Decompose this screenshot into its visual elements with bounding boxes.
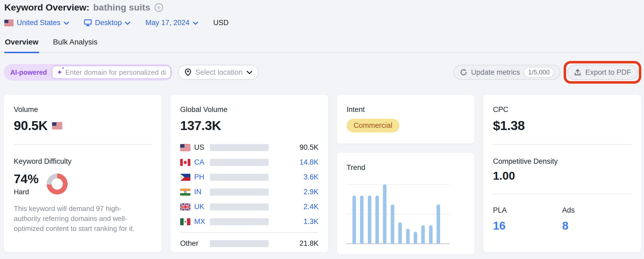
tab-bulk-analysis[interactable]: Bulk Analysis	[53, 38, 98, 52]
trend-bar	[352, 196, 356, 244]
uk-flag-icon	[180, 203, 190, 210]
competitive-density-label: Competitive Density	[493, 157, 631, 166]
chevron-down-icon	[64, 22, 69, 25]
desktop-icon	[84, 19, 92, 26]
volume-label: Volume	[14, 105, 152, 114]
export-to-pdf-label: Export to PDF	[585, 68, 631, 77]
country-code[interactable]: PH	[194, 173, 210, 181]
country-code[interactable]: MX	[194, 217, 210, 226]
cpc-value: $1.38	[493, 118, 631, 133]
table-row: US 90.5K	[180, 140, 318, 155]
volume-bar	[210, 189, 269, 196]
export-upload-icon	[574, 69, 581, 76]
filters-row: United States Desktop May 17, 2024 USD	[4, 19, 641, 27]
trend-bar	[414, 232, 417, 244]
volume-card: Volume 90.5K Keyword Difficulty 74% Hard…	[4, 94, 162, 253]
kd-description: This keyword will demand 97 high-authori…	[14, 204, 141, 234]
global-volume-value: 137.3K	[180, 118, 318, 133]
tab-overview[interactable]: Overview	[4, 38, 39, 53]
refresh-icon	[460, 69, 467, 76]
device-filter-label: Desktop	[95, 19, 122, 27]
date-filter[interactable]: May 17, 2024	[145, 19, 198, 27]
card-divider	[493, 194, 631, 194]
country-volume-value[interactable]: 3.6K	[269, 173, 318, 181]
trend-bar	[368, 196, 371, 244]
us-flag-icon	[52, 122, 62, 129]
chevron-down-icon	[125, 22, 130, 25]
update-metrics-button[interactable]: Update metrics 1/5,000	[453, 65, 561, 80]
domain-input[interactable]	[65, 68, 166, 77]
keyword-difficulty-label: Keyword Difficulty	[14, 157, 152, 166]
sparkles-icon: ✦✦	[57, 69, 63, 76]
country-volume-value[interactable]: 14.8K	[269, 158, 318, 166]
country-volume-value[interactable]: 2.9K	[269, 188, 318, 196]
volume-bar	[210, 203, 269, 210]
select-location-dropdown[interactable]: Select location	[178, 65, 259, 80]
trend-bar	[421, 225, 425, 244]
location-pin-icon	[184, 68, 191, 76]
country-code[interactable]: IN	[194, 188, 210, 196]
global-volume-label: Global Volume	[180, 105, 318, 114]
trend-bars	[352, 184, 440, 244]
export-highlight-annotation: Export to PDF	[564, 61, 641, 84]
table-row-other: Other 21.8K	[180, 236, 318, 251]
country-volume-value[interactable]: 2.4K	[269, 203, 318, 211]
ads-label: Ads	[562, 206, 632, 214]
country-volume-list: US 90.5K CA 14.8K PH	[180, 140, 318, 251]
trend-bar	[360, 196, 364, 244]
table-row: PH 3.6K	[180, 170, 318, 185]
volume-bar	[210, 159, 269, 166]
domain-input-wrap: ✦✦	[52, 66, 171, 79]
device-filter[interactable]: Desktop	[84, 19, 130, 27]
country-volume-value[interactable]: 1.3K	[269, 217, 318, 226]
select-location-label: Select location	[195, 68, 243, 77]
ai-powered-badge: AI-powered	[5, 69, 52, 76]
toolbar-right-actions: Update metrics 1/5,000 Export to PDF	[453, 61, 641, 84]
us-flag-icon	[4, 20, 13, 26]
trend-bar	[437, 205, 440, 244]
card-divider	[14, 144, 152, 145]
trend-bar	[383, 184, 386, 244]
trend-card: Trend	[337, 152, 475, 255]
trend-bar-chart	[347, 184, 465, 244]
page-title: Keyword Overview:	[4, 2, 90, 13]
trend-bar	[398, 222, 402, 244]
intent-label: Intent	[347, 105, 465, 114]
chevron-down-icon	[193, 22, 198, 25]
in-flag-icon	[180, 189, 190, 196]
country-volume-value: 90.5K	[269, 143, 318, 152]
ads-block: Ads 8	[562, 206, 632, 232]
trend-bar	[375, 196, 379, 244]
intent-commercial-badge: Commercial	[347, 119, 399, 132]
add-keyword-icon[interactable]: +	[155, 3, 163, 12]
update-quota-badge: 1/5,000	[524, 67, 554, 78]
cpc-label: CPC	[493, 105, 631, 114]
ads-value[interactable]: 8	[562, 219, 632, 232]
page-keyword: bathing suits	[93, 2, 150, 13]
trend-label: Trend	[347, 163, 465, 172]
page-header: Keyword Overview: bathing suits +	[4, 2, 641, 13]
other-label: Other	[180, 239, 210, 248]
mx-flag-icon	[180, 218, 190, 225]
volume-bar	[210, 144, 269, 151]
kd-donut-chart	[47, 173, 68, 195]
country-filter-label: United States	[17, 19, 60, 27]
export-to-pdf-button[interactable]: Export to PDF	[567, 65, 638, 80]
global-volume-card: Global Volume 137.3K US 90.5K CA	[170, 94, 328, 253]
cpc-card: CPC $1.38 Competitive Density 1.00 PLA 1…	[483, 94, 641, 253]
country-code[interactable]: UK	[194, 203, 210, 211]
us-flag-icon	[180, 144, 190, 151]
kd-level-label: Hard	[14, 188, 39, 196]
country-code[interactable]: CA	[194, 158, 210, 166]
table-row: UK 2.4K	[180, 199, 318, 214]
tab-bar: Overview Bulk Analysis	[4, 38, 641, 53]
pla-value[interactable]: 16	[493, 219, 562, 232]
update-metrics-label: Update metrics	[471, 68, 520, 77]
trend-bar	[391, 205, 394, 244]
table-row: MX 1.3K	[180, 214, 318, 229]
country-filter[interactable]: United States	[4, 19, 69, 27]
volume-bar	[210, 240, 269, 247]
currency-label: USD	[213, 19, 229, 27]
card-divider	[493, 144, 631, 145]
toolbar: AI-powered ✦✦ Select location Update met…	[4, 61, 641, 84]
